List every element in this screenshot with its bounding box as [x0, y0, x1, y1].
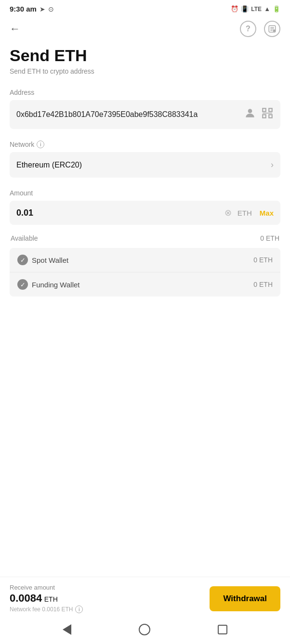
location-icon: ➤ [40, 5, 45, 13]
funding-wallet-row[interactable]: ✓ Funding Wallet 0 ETH [10, 272, 280, 296]
svg-rect-10 [269, 115, 272, 118]
withdrawal-button[interactable]: Withdrawal [210, 586, 280, 611]
fee-info-icon[interactable]: i [75, 605, 83, 613]
network-label: Network i [10, 141, 280, 148]
android-nav [0, 618, 290, 644]
page-title: Send ETH [10, 47, 280, 64]
amount-label: Amount [10, 189, 280, 197]
receive-unit: ETH [44, 595, 58, 603]
fee-text: Network fee 0.0016 ETH [10, 606, 73, 613]
status-time: 9:30 am [10, 5, 37, 13]
network-value: Ethereum (ERC20) [16, 161, 82, 169]
max-button[interactable]: Max [260, 209, 274, 217]
address-field[interactable]: 0x6bd17e42B1b801A70e7395E0abe9f538C88334… [10, 100, 280, 129]
svg-rect-9 [263, 115, 266, 118]
spot-wallet-row[interactable]: ✓ Spot Wallet 0 ETH [10, 248, 280, 272]
bottom-row: Receive amount 0.0084 ETH Network fee 0.… [10, 584, 280, 613]
battery-icon: 🔋 [273, 5, 280, 13]
help-button[interactable]: ? [240, 21, 256, 37]
available-value: 0 ETH [260, 234, 279, 242]
svg-rect-8 [269, 109, 272, 112]
clear-amount-button[interactable]: ⊗ [224, 207, 232, 218]
bottom-bar: Receive amount 0.0084 ETH Network fee 0.… [0, 577, 290, 618]
funding-wallet-balance: 0 ETH [253, 281, 273, 288]
network-selector[interactable]: Ethereum (ERC20) › [10, 152, 280, 178]
shield-icon: ⊙ [48, 5, 54, 13]
status-icons-right: ⏰ 📳 LTE ▲ 🔋 [231, 5, 280, 13]
available-row: Available 0 ETH [10, 234, 280, 242]
nav-right-icons: ? ↺ [240, 21, 280, 37]
history-button[interactable]: ↺ [264, 21, 280, 37]
available-label: Available [11, 234, 38, 242]
receive-amount: 0.0084 [10, 592, 42, 604]
svg-point-6 [248, 109, 252, 114]
chevron-right-icon: › [271, 160, 274, 170]
funding-wallet-name: Funding Wallet [32, 281, 80, 289]
scan-icon[interactable] [261, 107, 274, 122]
amount-currency: ETH [237, 209, 252, 217]
spot-wallet-balance: 0 ETH [253, 256, 273, 264]
amount-value: 0.01 [16, 208, 220, 218]
spot-wallet-name: Spot Wallet [32, 256, 68, 264]
status-bar: 9:30 am ➤ ⊙ ⏰ 📳 LTE ▲ 🔋 [0, 0, 290, 16]
recents-nav-icon[interactable] [218, 625, 227, 634]
alarm-icon: ⏰ [231, 5, 238, 13]
network-info-icon[interactable]: i [37, 141, 44, 148]
page-content: Send ETH Send ETH to crypto address Addr… [0, 42, 290, 577]
lte-signal-icon: LTE [251, 6, 262, 13]
back-nav-icon[interactable] [63, 624, 71, 635]
address-label: Address [10, 89, 280, 96]
address-actions [244, 107, 274, 122]
fee-row: Network fee 0.0016 ETH i [10, 605, 202, 613]
page-subtitle: Send ETH to crypto address [10, 67, 280, 75]
spot-wallet-check-icon: ✓ [17, 255, 28, 265]
address-value: 0x6bd17e42B1b801A70e7395E0abe9f538C88334… [16, 109, 239, 120]
signal-icon: ▲ [264, 5, 270, 13]
receive-label: Receive amount [10, 584, 202, 591]
receive-info: Receive amount 0.0084 ETH Network fee 0.… [10, 584, 202, 613]
receive-amount-row: 0.0084 ETH [10, 592, 202, 605]
contact-icon[interactable] [244, 107, 256, 122]
top-nav: ← ? ↺ [0, 16, 290, 42]
svg-rect-7 [263, 109, 266, 112]
amount-field[interactable]: 0.01 ⊗ ETH Max [10, 201, 280, 225]
home-nav-icon[interactable] [139, 624, 150, 635]
back-button[interactable]: ← [10, 23, 20, 35]
vibrate-icon: 📳 [241, 5, 249, 13]
wallet-section: ✓ Spot Wallet 0 ETH ✓ Funding Wallet 0 E… [10, 248, 280, 296]
funding-wallet-check-icon: ✓ [17, 279, 28, 290]
